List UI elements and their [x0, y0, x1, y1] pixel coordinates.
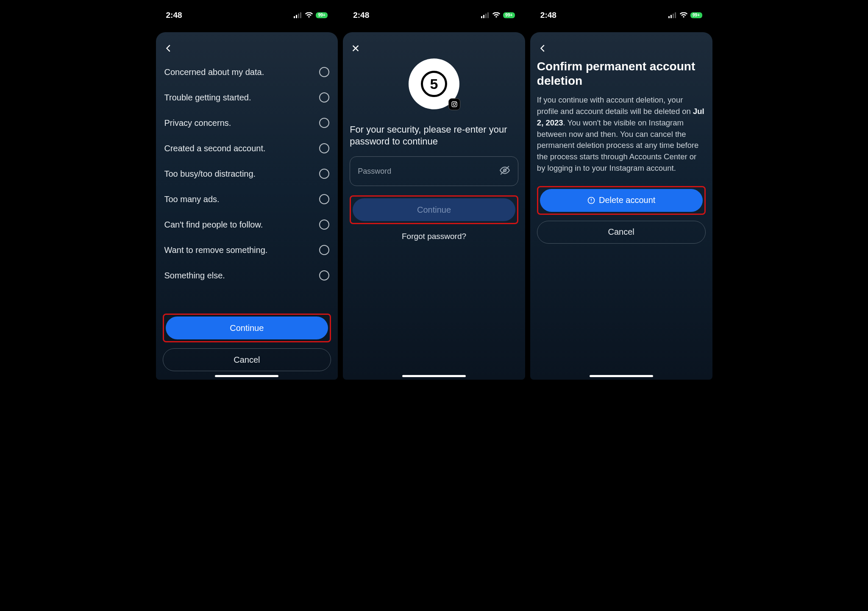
delete-account-label: Delete account: [599, 195, 655, 205]
phone-screen-1: 2:48 99+ Concerned about my data. Troubl…: [156, 4, 338, 380]
battery-icon: 99+: [503, 12, 515, 18]
cell-signal-icon: [668, 12, 677, 18]
back-icon[interactable]: [537, 42, 549, 54]
confirm-body: If you continue with account deletion, y…: [537, 94, 706, 174]
cancel-button[interactable]: Cancel: [163, 348, 331, 371]
highlight-box: Continue: [163, 314, 331, 342]
reason-label: Can't find people to follow.: [164, 220, 263, 230]
svg-rect-0: [294, 16, 295, 18]
svg-point-11: [453, 103, 456, 106]
svg-rect-17: [673, 14, 674, 18]
reason-label: Too many ads.: [164, 194, 220, 204]
status-time: 2:48: [166, 11, 182, 20]
eye-off-icon[interactable]: [499, 165, 510, 178]
reason-option[interactable]: Too many ads.: [163, 186, 331, 212]
password-field[interactable]: Password: [350, 156, 518, 186]
continue-button[interactable]: Continue: [166, 317, 328, 339]
svg-rect-1: [296, 15, 297, 18]
highlight-box: Delete account: [537, 186, 706, 215]
reason-label: Concerned about my data.: [164, 67, 264, 77]
battery-icon: 99+: [690, 12, 702, 18]
wifi-icon: [305, 12, 313, 18]
status-time: 2:48: [540, 11, 556, 20]
status-icons: 99+: [481, 12, 515, 18]
password-placeholder: Password: [358, 167, 391, 176]
back-icon[interactable]: [163, 42, 175, 54]
continue-button[interactable]: Continue: [353, 198, 515, 221]
phone-screen-3: 2:48 99+ Confirm permanent account delet…: [530, 4, 712, 380]
svg-rect-4: [481, 16, 482, 18]
deletion-reason-sheet: Concerned about my data. Trouble getting…: [156, 32, 338, 380]
reason-label: Want to remove something.: [164, 245, 268, 255]
reason-option[interactable]: Too busy/too distracting.: [163, 161, 331, 186]
reason-label: Trouble getting started.: [164, 93, 251, 103]
status-bar: 2:48 99+: [343, 4, 525, 26]
svg-rect-16: [670, 15, 672, 18]
svg-rect-18: [675, 12, 676, 18]
reason-list: Concerned about my data. Trouble getting…: [163, 59, 331, 288]
radio-icon: [319, 270, 329, 281]
reason-label: Created a second account.: [164, 144, 266, 153]
home-indicator[interactable]: [590, 375, 653, 377]
svg-point-12: [456, 102, 456, 103]
reason-option[interactable]: Created a second account.: [163, 136, 331, 161]
cancel-button[interactable]: Cancel: [537, 221, 706, 244]
highlight-box: Continue: [350, 195, 518, 224]
confirm-title: Confirm permanent account deletion: [537, 59, 706, 88]
radio-icon: [319, 169, 329, 179]
svg-point-21: [591, 202, 592, 203]
status-bar: 2:48 99+: [530, 4, 712, 26]
wifi-icon: [492, 12, 501, 18]
avatar-container: 5: [350, 58, 518, 109]
reason-option[interactable]: Want to remove something.: [163, 237, 331, 263]
svg-rect-7: [487, 12, 489, 18]
close-icon[interactable]: [350, 42, 362, 54]
reason-option[interactable]: Can't find people to follow.: [163, 212, 331, 237]
status-bar: 2:48 99+: [156, 4, 338, 26]
home-indicator[interactable]: [402, 375, 466, 377]
body-pre: If you continue with account deletion, y…: [537, 95, 693, 116]
status-icons: 99+: [668, 12, 702, 18]
forgot-password-link[interactable]: Forgot password?: [350, 232, 518, 241]
radio-icon: [319, 245, 329, 255]
avatar: 5: [409, 58, 459, 109]
security-heading: For your security, please re-enter your …: [350, 124, 518, 147]
radio-icon: [319, 118, 329, 128]
reason-option[interactable]: Something else.: [163, 263, 331, 288]
delete-account-button[interactable]: Delete account: [540, 189, 703, 212]
password-sheet: 5 For your security, please re-enter you…: [343, 32, 525, 380]
radio-icon: [319, 67, 329, 77]
radio-icon: [319, 92, 329, 103]
reason-option[interactable]: Privacy concerns.: [163, 110, 331, 136]
status-time: 2:48: [353, 11, 369, 20]
battery-icon: 99+: [316, 12, 328, 18]
instagram-badge-icon: [448, 98, 460, 110]
radio-icon: [319, 219, 329, 230]
reason-label: Privacy concerns.: [164, 118, 231, 128]
reason-option[interactable]: Concerned about my data.: [163, 59, 331, 85]
confirm-deletion-sheet: Confirm permanent account deletion If yo…: [530, 32, 712, 380]
reason-label: Something else.: [164, 271, 225, 281]
alert-icon: [587, 196, 595, 205]
status-icons: 99+: [294, 12, 328, 18]
svg-rect-2: [298, 14, 299, 18]
svg-rect-15: [668, 16, 670, 18]
svg-rect-6: [485, 14, 487, 18]
svg-rect-5: [483, 15, 484, 18]
reason-option[interactable]: Trouble getting started.: [163, 85, 331, 110]
phone-screen-2: 2:48 99+ 5 For your s: [343, 4, 525, 380]
radio-icon: [319, 194, 329, 204]
home-indicator[interactable]: [215, 375, 278, 377]
radio-icon: [319, 143, 329, 153]
cell-signal-icon: [294, 12, 302, 18]
svg-rect-3: [300, 12, 301, 18]
cell-signal-icon: [481, 12, 490, 18]
reason-label: Too busy/too distracting.: [164, 169, 256, 179]
wifi-icon: [679, 12, 688, 18]
avatar-text: 5: [421, 71, 447, 97]
